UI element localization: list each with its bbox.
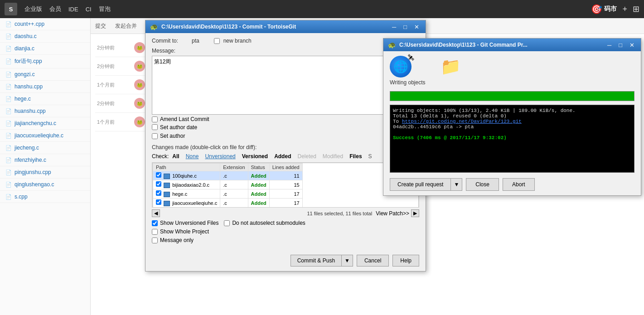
avatar: 🐸 — [134, 98, 145, 109]
abort-button[interactable]: Abort — [503, 178, 535, 191]
bottom-options-2: Show Whole Project — [152, 228, 419, 236]
nav-ide[interactable]: IDE — [68, 6, 78, 13]
file-table-wrapper: Path Extension Status Lines added 100qiu… — [152, 162, 419, 208]
next-page-button[interactable]: ▶ — [411, 209, 419, 217]
globe-icon-container: 🌐 🛰 — [390, 56, 412, 78]
tortoisegit-icon: 🐢 — [388, 41, 396, 48]
file-icon: 📄 — [5, 194, 12, 200]
commit-dialog-title: C:\Users\david\Desktop\1\123 - Commit - … — [161, 24, 387, 30]
message-only-checkbox[interactable] — [152, 237, 158, 243]
view-patch-link[interactable]: View Patch>> — [376, 210, 409, 217]
filter-modified[interactable]: Modified — [320, 152, 346, 160]
filter-none[interactable]: None — [183, 152, 202, 160]
create-pr-arrow[interactable]: ▼ — [451, 178, 462, 191]
row-checkbox[interactable] — [156, 190, 161, 196]
message-only-row: Message only — [152, 237, 194, 243]
cancel-button[interactable]: Cancel — [357, 255, 389, 267]
sidebar-item-foryu[interactable]: 📄 for语句.cpp — [0, 55, 90, 68]
filter-files[interactable]: Files — [347, 152, 364, 160]
commit-push-btn-group: Commit & Push ▼ — [291, 255, 353, 267]
help-button[interactable]: Help — [392, 255, 419, 267]
close-dialog-button[interactable]: Close — [466, 178, 499, 191]
satellite-icon: 🛰 — [408, 54, 414, 61]
avatar: 🐸 — [134, 79, 145, 90]
row-checkbox[interactable] — [156, 172, 161, 178]
show-whole-project-checkbox[interactable] — [152, 229, 158, 235]
filter-versioned[interactable]: Versioned — [239, 152, 271, 160]
minimize-button[interactable]: ─ — [605, 42, 613, 48]
file-icon: 📄 — [5, 72, 12, 78]
set-author-date-checkbox[interactable] — [152, 124, 158, 130]
close-button[interactable]: ✕ — [412, 24, 421, 30]
nav-ci[interactable]: CI — [86, 6, 92, 13]
repo-link[interactable]: https://git.coding.net/DavidPark/123.git — [402, 119, 522, 124]
table-row[interactable]: hege.c .c Added 17 — [153, 189, 303, 199]
nav-enterprise[interactable]: 企业版 — [24, 5, 42, 13]
nav-bubble[interactable]: 冒泡 — [99, 5, 111, 13]
sidebar-item-jiecheng[interactable]: 📄 jiecheng.c — [0, 142, 90, 154]
sidebar-item-pingjun[interactable]: 📄 pingjunshu.cpp — [0, 166, 90, 179]
show-unversioned-label: Show Unversioned Files — [160, 220, 218, 226]
minimize-button[interactable]: ─ — [390, 24, 398, 30]
progress-bar-container — [390, 91, 634, 101]
sidebar-item-hege[interactable]: 📄 hege.c — [0, 93, 90, 105]
message-input[interactable]: 第12周 — [152, 56, 419, 115]
row-checkbox[interactable] — [156, 181, 161, 187]
no-autoselect-checkbox[interactable] — [224, 220, 230, 226]
cell-lines: 17 — [269, 189, 302, 199]
commit-push-button[interactable]: Commit & Push — [291, 255, 342, 267]
new-branch-checkbox[interactable] — [214, 38, 220, 44]
filter-unversioned[interactable]: Unversioned — [202, 152, 238, 160]
show-unversioned-row: Show Unversioned Files — [152, 220, 218, 226]
commit-push-arrow[interactable]: ▼ — [342, 255, 353, 267]
cell-ext: .c — [220, 180, 248, 189]
top-bar: S 企业版 会员 IDE CI 冒泡 🎯 码市 + ⊞ — [0, 0, 644, 18]
table-row[interactable]: 100qiuhe.c .c Added 11 — [153, 171, 303, 180]
filter-s[interactable]: S — [366, 152, 375, 160]
filter-all[interactable]: All — [169, 152, 182, 160]
row-checkbox[interactable] — [156, 199, 161, 205]
set-author-label: Set author — [160, 133, 185, 139]
set-author-checkbox[interactable] — [152, 133, 158, 139]
sidebar-item-gongzi[interactable]: 📄 gongzi.c — [0, 68, 90, 81]
header-merge[interactable]: 发起合并 — [115, 22, 137, 30]
sidebar-item-daoshu[interactable]: 📄 daoshu.c — [0, 30, 90, 43]
table-row[interactable]: jiaocuoxuelieqiuhe.c .c Added 17 — [153, 199, 303, 208]
expand-icon[interactable]: ⊞ — [633, 4, 639, 14]
file-type-indicator — [164, 174, 170, 179]
table-row[interactable]: bijiaodaxiao2.0.c .c Added 15 — [153, 180, 303, 189]
cell-path: jiaocuoxuelieqiuhe.c — [153, 199, 220, 208]
sidebar-item-jiajianchengchu[interactable]: 📄 jiajianchengchu.c — [0, 117, 90, 130]
sidebar-item-huanshu[interactable]: 📄 huanshu.cpp — [0, 105, 90, 117]
gitcmd-dialog: 🐢 C:\Users\david\Desktop\1\123 - Git Com… — [383, 38, 641, 196]
cell-path: bijiaodaxiao2.0.c — [153, 180, 220, 189]
maximize-button[interactable]: □ — [617, 42, 624, 48]
filter-added[interactable]: Added — [271, 152, 294, 160]
gitcmd-footer: Create pull request ▼ Close Abort — [383, 174, 641, 195]
prev-page-button[interactable]: ◀ — [152, 209, 160, 217]
set-author-date-label: Set author date — [160, 124, 197, 131]
avatar: 🐸 — [134, 42, 145, 53]
filter-deleted[interactable]: Deleted — [295, 152, 319, 160]
create-pr-button[interactable]: Create pull request — [390, 178, 451, 191]
sidebar-item-dianjia[interactable]: 📄 dianjia.c — [0, 43, 90, 55]
commit-to-label: Commit to: — [152, 38, 188, 44]
sidebar-item-hanshu[interactable]: 📄 hanshu.cpp — [0, 81, 90, 93]
file-icon: 📄 — [5, 133, 12, 139]
sidebar-item-qinglu[interactable]: 📄 qinglushengao.c — [0, 179, 90, 191]
show-unversioned-checkbox[interactable] — [152, 220, 158, 226]
plus-icon[interactable]: + — [622, 5, 627, 14]
header-commit[interactable]: 提交 — [95, 22, 106, 30]
sidebar-item-jiaocuo[interactable]: 📄 jiaocuoxuelieqiuhe.c — [0, 130, 90, 142]
nav-member[interactable]: 会员 — [49, 5, 61, 13]
sidebar-item-s[interactable]: 📄 s.cpp — [0, 191, 90, 203]
file-type-indicator — [164, 201, 170, 206]
sidebar-item-nfenzhi[interactable]: 📄 nfenzhiyihe.c — [0, 154, 90, 166]
sidebar-item-count[interactable]: 📄 count++.cpp — [0, 18, 90, 30]
close-button[interactable]: ✕ — [628, 42, 636, 48]
amend-checkbox[interactable] — [152, 116, 158, 122]
maximize-button[interactable]: □ — [402, 24, 409, 30]
files-summary-row: ◀ 11 files selected, 11 files total View… — [152, 209, 419, 217]
message-only-label: Message only — [160, 237, 194, 243]
cell-lines: 15 — [269, 180, 302, 189]
